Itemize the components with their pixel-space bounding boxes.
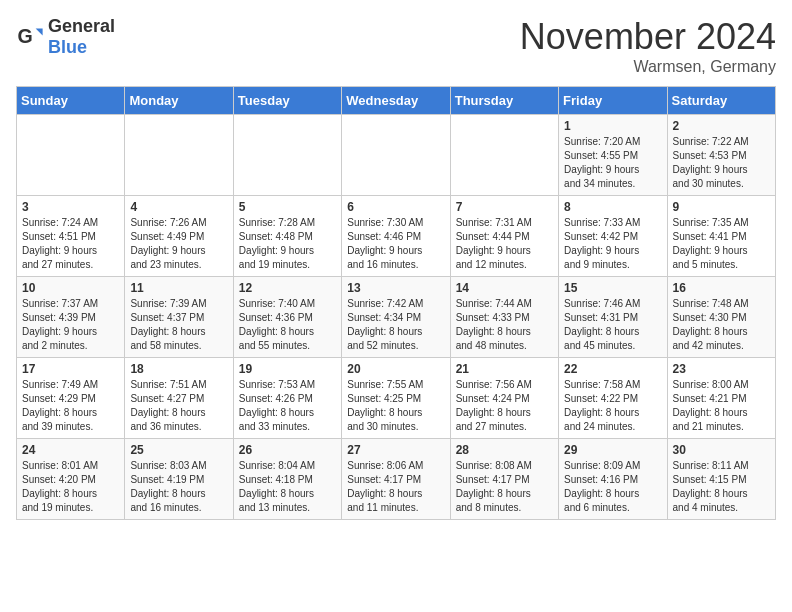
svg-marker-1 xyxy=(36,29,43,36)
day-number: 3 xyxy=(22,200,119,214)
day-number: 7 xyxy=(456,200,553,214)
day-info: Sunrise: 7:48 AM Sunset: 4:30 PM Dayligh… xyxy=(673,297,770,353)
week-row-4: 17Sunrise: 7:49 AM Sunset: 4:29 PM Dayli… xyxy=(17,358,776,439)
day-info: Sunrise: 8:06 AM Sunset: 4:17 PM Dayligh… xyxy=(347,459,444,515)
logo-blue: Blue xyxy=(48,37,87,57)
day-info: Sunrise: 7:49 AM Sunset: 4:29 PM Dayligh… xyxy=(22,378,119,434)
day-number: 13 xyxy=(347,281,444,295)
day-info: Sunrise: 8:01 AM Sunset: 4:20 PM Dayligh… xyxy=(22,459,119,515)
day-info: Sunrise: 7:51 AM Sunset: 4:27 PM Dayligh… xyxy=(130,378,227,434)
logo-general: General xyxy=(48,16,115,36)
calendar-cell: 8Sunrise: 7:33 AM Sunset: 4:42 PM Daylig… xyxy=(559,196,667,277)
day-info: Sunrise: 7:39 AM Sunset: 4:37 PM Dayligh… xyxy=(130,297,227,353)
weekday-header-monday: Monday xyxy=(125,87,233,115)
day-number: 6 xyxy=(347,200,444,214)
day-info: Sunrise: 7:30 AM Sunset: 4:46 PM Dayligh… xyxy=(347,216,444,272)
calendar-cell: 18Sunrise: 7:51 AM Sunset: 4:27 PM Dayli… xyxy=(125,358,233,439)
calendar-cell: 6Sunrise: 7:30 AM Sunset: 4:46 PM Daylig… xyxy=(342,196,450,277)
calendar-cell: 22Sunrise: 7:58 AM Sunset: 4:22 PM Dayli… xyxy=(559,358,667,439)
page-header: G General Blue November 2024 Warmsen, Ge… xyxy=(16,16,776,76)
day-number: 18 xyxy=(130,362,227,376)
day-number: 17 xyxy=(22,362,119,376)
weekday-header-thursday: Thursday xyxy=(450,87,558,115)
day-info: Sunrise: 7:44 AM Sunset: 4:33 PM Dayligh… xyxy=(456,297,553,353)
calendar-cell xyxy=(342,115,450,196)
calendar-cell: 10Sunrise: 7:37 AM Sunset: 4:39 PM Dayli… xyxy=(17,277,125,358)
day-number: 25 xyxy=(130,443,227,457)
calendar-cell: 17Sunrise: 7:49 AM Sunset: 4:29 PM Dayli… xyxy=(17,358,125,439)
day-info: Sunrise: 7:31 AM Sunset: 4:44 PM Dayligh… xyxy=(456,216,553,272)
calendar-cell xyxy=(450,115,558,196)
calendar-cell: 16Sunrise: 7:48 AM Sunset: 4:30 PM Dayli… xyxy=(667,277,775,358)
calendar-cell xyxy=(125,115,233,196)
day-info: Sunrise: 7:24 AM Sunset: 4:51 PM Dayligh… xyxy=(22,216,119,272)
weekday-header-sunday: Sunday xyxy=(17,87,125,115)
day-number: 24 xyxy=(22,443,119,457)
week-row-1: 1Sunrise: 7:20 AM Sunset: 4:55 PM Daylig… xyxy=(17,115,776,196)
calendar-cell: 2Sunrise: 7:22 AM Sunset: 4:53 PM Daylig… xyxy=(667,115,775,196)
day-info: Sunrise: 8:11 AM Sunset: 4:15 PM Dayligh… xyxy=(673,459,770,515)
day-number: 27 xyxy=(347,443,444,457)
day-number: 5 xyxy=(239,200,336,214)
day-info: Sunrise: 7:26 AM Sunset: 4:49 PM Dayligh… xyxy=(130,216,227,272)
weekday-header-saturday: Saturday xyxy=(667,87,775,115)
day-number: 14 xyxy=(456,281,553,295)
calendar-cell: 4Sunrise: 7:26 AM Sunset: 4:49 PM Daylig… xyxy=(125,196,233,277)
calendar-cell: 15Sunrise: 7:46 AM Sunset: 4:31 PM Dayli… xyxy=(559,277,667,358)
day-info: Sunrise: 8:03 AM Sunset: 4:19 PM Dayligh… xyxy=(130,459,227,515)
day-info: Sunrise: 7:40 AM Sunset: 4:36 PM Dayligh… xyxy=(239,297,336,353)
day-info: Sunrise: 8:09 AM Sunset: 4:16 PM Dayligh… xyxy=(564,459,661,515)
calendar-cell: 28Sunrise: 8:08 AM Sunset: 4:17 PM Dayli… xyxy=(450,439,558,520)
calendar-cell: 12Sunrise: 7:40 AM Sunset: 4:36 PM Dayli… xyxy=(233,277,341,358)
weekday-header-tuesday: Tuesday xyxy=(233,87,341,115)
day-info: Sunrise: 7:20 AM Sunset: 4:55 PM Dayligh… xyxy=(564,135,661,191)
day-info: Sunrise: 7:37 AM Sunset: 4:39 PM Dayligh… xyxy=(22,297,119,353)
day-info: Sunrise: 8:00 AM Sunset: 4:21 PM Dayligh… xyxy=(673,378,770,434)
day-info: Sunrise: 7:46 AM Sunset: 4:31 PM Dayligh… xyxy=(564,297,661,353)
calendar-cell: 23Sunrise: 8:00 AM Sunset: 4:21 PM Dayli… xyxy=(667,358,775,439)
weekday-header-row: SundayMondayTuesdayWednesdayThursdayFrid… xyxy=(17,87,776,115)
day-number: 22 xyxy=(564,362,661,376)
weekday-header-friday: Friday xyxy=(559,87,667,115)
day-number: 21 xyxy=(456,362,553,376)
calendar-table: SundayMondayTuesdayWednesdayThursdayFrid… xyxy=(16,86,776,520)
calendar-body: 1Sunrise: 7:20 AM Sunset: 4:55 PM Daylig… xyxy=(17,115,776,520)
calendar-cell: 3Sunrise: 7:24 AM Sunset: 4:51 PM Daylig… xyxy=(17,196,125,277)
location: Warmsen, Germany xyxy=(520,58,776,76)
calendar-cell: 7Sunrise: 7:31 AM Sunset: 4:44 PM Daylig… xyxy=(450,196,558,277)
day-info: Sunrise: 7:28 AM Sunset: 4:48 PM Dayligh… xyxy=(239,216,336,272)
day-info: Sunrise: 7:55 AM Sunset: 4:25 PM Dayligh… xyxy=(347,378,444,434)
day-number: 30 xyxy=(673,443,770,457)
day-number: 10 xyxy=(22,281,119,295)
calendar-cell: 19Sunrise: 7:53 AM Sunset: 4:26 PM Dayli… xyxy=(233,358,341,439)
calendar-cell xyxy=(17,115,125,196)
day-number: 9 xyxy=(673,200,770,214)
title-area: November 2024 Warmsen, Germany xyxy=(520,16,776,76)
day-info: Sunrise: 7:42 AM Sunset: 4:34 PM Dayligh… xyxy=(347,297,444,353)
svg-text:G: G xyxy=(17,25,32,47)
day-number: 11 xyxy=(130,281,227,295)
day-number: 29 xyxy=(564,443,661,457)
day-number: 1 xyxy=(564,119,661,133)
logo: G General Blue xyxy=(16,16,115,58)
weekday-header-wednesday: Wednesday xyxy=(342,87,450,115)
day-number: 26 xyxy=(239,443,336,457)
day-number: 28 xyxy=(456,443,553,457)
calendar-cell: 21Sunrise: 7:56 AM Sunset: 4:24 PM Dayli… xyxy=(450,358,558,439)
day-info: Sunrise: 7:22 AM Sunset: 4:53 PM Dayligh… xyxy=(673,135,770,191)
calendar-cell: 30Sunrise: 8:11 AM Sunset: 4:15 PM Dayli… xyxy=(667,439,775,520)
day-number: 20 xyxy=(347,362,444,376)
calendar-cell: 5Sunrise: 7:28 AM Sunset: 4:48 PM Daylig… xyxy=(233,196,341,277)
day-number: 4 xyxy=(130,200,227,214)
day-info: Sunrise: 8:04 AM Sunset: 4:18 PM Dayligh… xyxy=(239,459,336,515)
day-info: Sunrise: 7:56 AM Sunset: 4:24 PM Dayligh… xyxy=(456,378,553,434)
calendar-cell: 13Sunrise: 7:42 AM Sunset: 4:34 PM Dayli… xyxy=(342,277,450,358)
week-row-5: 24Sunrise: 8:01 AM Sunset: 4:20 PM Dayli… xyxy=(17,439,776,520)
calendar-cell: 11Sunrise: 7:39 AM Sunset: 4:37 PM Dayli… xyxy=(125,277,233,358)
calendar-cell: 1Sunrise: 7:20 AM Sunset: 4:55 PM Daylig… xyxy=(559,115,667,196)
day-number: 15 xyxy=(564,281,661,295)
calendar-cell: 14Sunrise: 7:44 AM Sunset: 4:33 PM Dayli… xyxy=(450,277,558,358)
day-number: 12 xyxy=(239,281,336,295)
day-number: 19 xyxy=(239,362,336,376)
calendar-cell: 25Sunrise: 8:03 AM Sunset: 4:19 PM Dayli… xyxy=(125,439,233,520)
